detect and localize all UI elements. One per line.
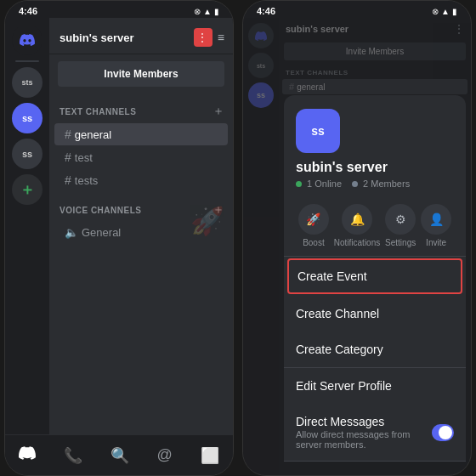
dots-icon: ⋮ xyxy=(197,31,208,43)
profile-menu-section: Edit Server Profile Direct Messages Allo… xyxy=(284,368,466,462)
channel-general[interactable]: # general xyxy=(54,123,228,145)
direct-messages-menu-item[interactable]: Direct Messages Allow direct messages fr… xyxy=(284,404,466,461)
invite-label: Invite xyxy=(426,238,446,247)
direct-messages-label: Direct Messages xyxy=(296,415,432,428)
voice-channels-label: VOICE CHANNELS xyxy=(60,206,141,215)
right-ss-icon: ss xyxy=(248,82,274,108)
modal-action-row: 🚀 Boost 🔔 Notifications ⚙ Settings 👤 Inv… xyxy=(284,197,466,257)
phone-nav-icon[interactable]: 📞 xyxy=(57,443,89,468)
hash-icon: # xyxy=(65,128,71,141)
notifications-icon: 🔔 xyxy=(342,204,372,235)
battery-icon: ▮ xyxy=(452,7,457,16)
right-channel-bg: subin's server ⋮ Invite Members TEXT CHA… xyxy=(279,18,471,94)
create-event-label: Create Event xyxy=(298,269,367,283)
hash-icon: # xyxy=(65,150,71,164)
create-category-label: Create Category xyxy=(296,343,383,356)
right-sidebar-faded: sts ss xyxy=(243,18,279,476)
header-icons: ⋮ ≡ xyxy=(194,28,224,47)
right-invite-btn-faded: Invite Members xyxy=(284,42,466,60)
discord-home-icon[interactable] xyxy=(12,25,42,55)
right-header-dots: ⋮ xyxy=(454,23,464,35)
left-time: 4:46 xyxy=(19,6,37,16)
right-phone: 4:46 ⊗ ▲ ▮ sts ss subin's server ⋮ xyxy=(242,0,472,476)
member-dot xyxy=(352,181,358,187)
speaker-icon: 🔈 xyxy=(65,226,78,239)
right-text-channels-label-faded: TEXT CHANNELS xyxy=(279,64,471,78)
right-main: subin's server ⋮ Invite Members TEXT CHA… xyxy=(279,18,471,476)
invite-action-button[interactable]: 👤 Invite xyxy=(421,204,451,247)
text-channels-category: TEXT CHANNELS ＋ xyxy=(49,94,233,122)
bottom-nav: 📞 🔍 @ ⬜ xyxy=(5,434,233,475)
right-home-icon xyxy=(248,23,274,48)
boost-label: Boost xyxy=(303,238,325,247)
add-text-channel-button[interactable]: ＋ xyxy=(212,104,224,119)
signal-icon: ⊗ xyxy=(194,7,201,16)
modal-avatar: ss xyxy=(296,109,340,153)
signal-icon: ⊗ xyxy=(432,7,439,16)
more-options-button[interactable]: ⋮ xyxy=(194,28,212,47)
online-stat: 1 Online xyxy=(296,178,342,189)
channel-name: test xyxy=(75,151,93,164)
sidebar-item-sts[interactable]: sts xyxy=(12,67,42,98)
hash-faded: # xyxy=(289,82,294,92)
right-layout: sts ss subin's server ⋮ Invite Members T… xyxy=(243,18,471,476)
member-stat: 2 Members xyxy=(352,178,410,189)
notifications-action-button[interactable]: 🔔 Notifications xyxy=(334,204,380,247)
notifications-label: Notifications xyxy=(334,238,380,247)
text-channels-label: TEXT CHANNELS xyxy=(60,107,136,116)
online-dot xyxy=(296,181,302,187)
settings-action-button[interactable]: ⚙ Settings xyxy=(385,204,416,247)
right-status-bar: 4:46 ⊗ ▲ ▮ xyxy=(243,1,471,18)
direct-messages-sub: Allow direct messages from server member… xyxy=(296,429,432,450)
battery-icon: ▮ xyxy=(214,7,219,16)
square-nav-icon[interactable]: ⬜ xyxy=(194,443,226,468)
general-faded: general xyxy=(297,82,325,92)
sidebar-item-ss-dark[interactable]: ss xyxy=(12,139,42,169)
right-time: 4:46 xyxy=(257,6,275,16)
left-status-icons: ⊗ ▲ ▮ xyxy=(194,7,219,16)
create-event-menu-item[interactable]: Create Event xyxy=(287,258,462,294)
hash-icon: # xyxy=(65,173,71,187)
settings-icon: ⚙ xyxy=(385,204,416,235)
channel-name: General xyxy=(82,226,121,239)
channel-name: general xyxy=(75,128,111,141)
server-name: subin's server xyxy=(60,31,134,44)
search-nav-icon[interactable]: 🔍 xyxy=(104,443,136,468)
sidebar-item-ss-active[interactable]: ss xyxy=(12,103,42,133)
server-modal-sheet: ss subin's server 1 Online 2 Members xyxy=(284,95,466,462)
sidebar-add-server[interactable]: ＋ xyxy=(12,174,42,205)
boost-action-button[interactable]: 🚀 Boost xyxy=(298,204,329,247)
right-general-faded: # general xyxy=(282,79,468,94)
invite-icon: 👤 xyxy=(421,204,451,235)
server-divider xyxy=(15,60,39,62)
direct-messages-toggle[interactable] xyxy=(432,424,454,441)
left-panel: sts ss ss ＋ subin's server ⋮ ≡ Invite Me… xyxy=(5,18,233,470)
wifi-icon: ▲ xyxy=(203,7,212,16)
right-status-icons: ⊗ ▲ ▮ xyxy=(432,7,457,16)
channel-header: subin's server ⋮ ≡ xyxy=(49,18,233,54)
at-nav-icon[interactable]: @ xyxy=(150,443,179,468)
right-sts-icon: sts xyxy=(248,53,274,78)
dm-info: Direct Messages Allow direct messages fr… xyxy=(296,415,432,450)
modal-server-stats: 1 Online 2 Members xyxy=(296,178,410,189)
create-menu-section: Create Event Create Channel Create Categ… xyxy=(284,258,466,368)
channel-list: subin's server ⋮ ≡ Invite Members TEXT C… xyxy=(49,18,233,470)
channel-test[interactable]: # test xyxy=(54,146,228,168)
rocket-decoration: 🚀 xyxy=(190,205,224,237)
edit-server-profile-menu-item[interactable]: Edit Server Profile xyxy=(284,368,466,404)
create-channel-label: Create Channel xyxy=(296,307,379,320)
discord-nav-icon[interactable] xyxy=(12,443,42,468)
left-status-bar: 4:46 ⊗ ▲ ▮ xyxy=(5,1,233,18)
menu-icon[interactable]: ≡ xyxy=(218,31,224,44)
modal-header: ss subin's server 1 Online 2 Members xyxy=(284,95,466,197)
modal-server-name: subin's server xyxy=(296,160,388,175)
channel-tests[interactable]: # tests xyxy=(54,169,228,191)
wifi-icon: ▲ xyxy=(441,7,450,16)
create-category-menu-item[interactable]: Create Category xyxy=(284,332,466,367)
right-server-name-faded: subin's server xyxy=(286,24,348,34)
boost-icon: 🚀 xyxy=(298,204,329,235)
edit-server-profile-label: Edit Server Profile xyxy=(296,379,392,393)
create-channel-menu-item[interactable]: Create Channel xyxy=(284,296,466,332)
invite-members-button[interactable]: Invite Members xyxy=(58,61,224,87)
settings-label: Settings xyxy=(385,238,416,247)
